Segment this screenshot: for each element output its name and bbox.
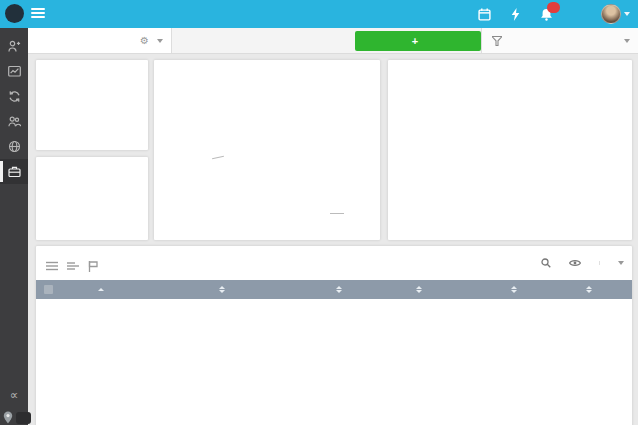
flag-view-icon[interactable] [88, 261, 98, 272]
sort-icon [219, 286, 225, 293]
column-header-interview[interactable] [580, 286, 632, 293]
accent-bar [44, 80, 48, 116]
chart-report-icon [8, 65, 21, 78]
column-header-interviewers[interactable] [410, 286, 505, 293]
help-icon[interactable] [570, 7, 584, 21]
chevron-down-icon [618, 261, 624, 265]
legend-swatch [285, 76, 293, 84]
plus-icon: + [412, 36, 418, 46]
legend-item-office[interactable] [261, 76, 273, 84]
column-header-job-opening[interactable] [213, 286, 330, 293]
people-group-icon [8, 115, 21, 128]
chat-widget-icon[interactable] [16, 412, 31, 424]
interviews-per-month-title [388, 60, 632, 68]
secondary-bar: ⚙ + [28, 28, 638, 54]
sidebar-nav: ∝ [0, 28, 28, 425]
legend-item-video-conference[interactable] [285, 76, 297, 84]
legend-swatch [237, 76, 245, 84]
sidebar-item-people[interactable] [0, 109, 28, 134]
sync-icon [8, 90, 21, 103]
notifications-bell-icon[interactable] [539, 7, 553, 21]
app-logo[interactable] [5, 4, 24, 23]
calendar-icon[interactable] [477, 7, 491, 21]
table-header-row [36, 280, 632, 299]
sidebar-item-sync[interactable] [0, 84, 28, 109]
sidebar-item-add-candidate[interactable] [0, 34, 28, 59]
funnel-filter-icon [492, 36, 502, 46]
sort-asc-icon [98, 288, 104, 291]
select-all-checkbox[interactable] [44, 285, 53, 294]
user-add-icon [8, 40, 21, 53]
user-menu-caret-icon[interactable] [624, 12, 630, 16]
user-avatar[interactable] [601, 4, 621, 24]
sort-icon [586, 286, 592, 293]
connections-icon: ∝ [10, 388, 19, 402]
top-bar [0, 0, 638, 28]
interview-types-card [154, 60, 380, 240]
table-title [36, 246, 632, 254]
sidebar-item-reports[interactable] [0, 59, 28, 84]
candidates-table-card [36, 246, 632, 425]
hamburger-menu-icon[interactable] [31, 8, 45, 20]
chevron-down-icon [624, 39, 630, 43]
interviews-last-month-card [36, 157, 148, 240]
sidebar-item-jobs[interactable] [0, 159, 28, 184]
briefcase-icon [8, 165, 21, 178]
interviews-per-month-card [388, 60, 632, 240]
gear-icon[interactable]: ⚙ [140, 35, 149, 46]
sort-icon [336, 286, 342, 293]
donut-legend [154, 76, 380, 84]
create-interview-button[interactable]: + [355, 31, 481, 51]
accent-bar [44, 174, 48, 210]
activity-lightning-icon[interactable] [508, 7, 522, 21]
donut-hole [242, 142, 292, 192]
view-selector-dropdown[interactable]: ⚙ [28, 28, 172, 53]
search-icon [541, 258, 551, 268]
sidebar-item-web[interactable] [0, 134, 28, 159]
more-control[interactable] [599, 261, 624, 265]
notification-count-badge [547, 2, 560, 13]
chevron-down-icon [157, 39, 163, 43]
column-header-interview-type[interactable] [505, 286, 580, 293]
column-header-candidate[interactable] [92, 288, 213, 291]
app-window: ∝ ⚙ + [0, 0, 638, 425]
legend-item-phone-screening[interactable] [237, 76, 249, 84]
compact-view-icon[interactable] [67, 261, 79, 272]
search-control[interactable] [541, 258, 555, 268]
interviews-last-month-title [36, 157, 148, 165]
columns-control[interactable] [569, 259, 585, 267]
avg-score-title [36, 60, 148, 68]
view-filter-dropdown[interactable] [481, 28, 638, 53]
table-toolbar [36, 254, 632, 280]
sidebar-item-connections[interactable]: ∝ [0, 382, 28, 407]
list-view-icon[interactable] [46, 261, 58, 272]
legend-swatch [261, 76, 269, 84]
column-header-interview-date[interactable] [330, 286, 410, 293]
interview-types-title [154, 60, 380, 68]
sort-icon [416, 286, 422, 293]
sort-icon [511, 286, 517, 293]
area-chart-svg [392, 86, 628, 236]
eye-icon [569, 259, 581, 267]
location-pin-icon[interactable] [3, 411, 13, 424]
globe-icon [8, 140, 21, 153]
avg-score-card [36, 60, 148, 150]
donut-chart [154, 106, 380, 240]
